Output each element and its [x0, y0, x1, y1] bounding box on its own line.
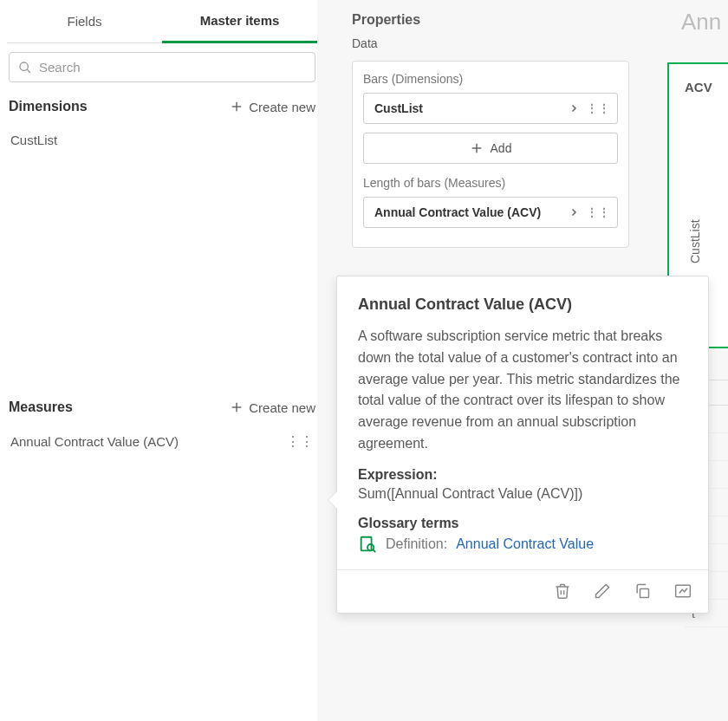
data-card: Bars (Dimensions) CustList ⋮⋮ Add Length…: [352, 61, 629, 248]
measure-pill-label: Annual Contract Value (ACV): [374, 205, 541, 219]
asset-tabs: Fields Master items: [7, 0, 317, 43]
create-dimension-button[interactable]: Create new: [230, 100, 315, 114]
expression-label: Expression:: [358, 467, 687, 483]
dimension-item[interactable]: CustList: [7, 124, 317, 156]
measures-heading: Measures: [9, 399, 73, 415]
measure-item-label: Annual Contract Value (ACV): [10, 434, 179, 449]
measure-pill[interactable]: Annual Contract Value (ACV) ⋮⋮: [363, 197, 618, 228]
drag-handle-icon[interactable]: ⋮⋮: [286, 433, 314, 450]
dimension-pill-label: CustList: [374, 101, 423, 115]
definition-label: Definition:: [386, 536, 447, 552]
add-dimension-button[interactable]: Add: [363, 133, 618, 164]
bars-label: Bars (Dimensions): [363, 72, 618, 86]
glossary-icon: [358, 535, 377, 554]
chevron-right-icon: [569, 207, 579, 218]
search-input-wrap[interactable]: [9, 52, 315, 82]
chevron-right-icon: [569, 103, 579, 114]
svg-line-10: [373, 549, 375, 552]
chart-label: ACV: [669, 64, 728, 94]
create-measure-button[interactable]: Create new: [230, 400, 315, 415]
plus-icon: [470, 141, 484, 155]
popover-title: Annual Contract Value (ACV): [358, 296, 687, 314]
properties-heading: Properties: [317, 0, 728, 36]
left-panel: Fields Master items Dimensions Create ne…: [7, 0, 317, 721]
tab-fields[interactable]: Fields: [7, 0, 162, 43]
trash-icon: [554, 582, 571, 600]
svg-line-1: [27, 69, 30, 73]
svg-rect-11: [640, 589, 649, 598]
duplicate-button[interactable]: [634, 582, 651, 600]
dimension-item-label: CustList: [10, 133, 57, 147]
edit-button[interactable]: [594, 582, 611, 600]
plus-icon: [230, 100, 244, 114]
measure-item[interactable]: Annual Contract Value (ACV) ⋮⋮: [7, 425, 317, 458]
popover-description: A software subscription service metric t…: [358, 326, 687, 455]
tab-master-items[interactable]: Master items: [162, 0, 317, 43]
dimensions-heading: Dimensions: [9, 99, 88, 114]
create-measure-label: Create new: [249, 400, 315, 415]
svg-point-0: [20, 62, 28, 70]
copy-icon: [634, 582, 651, 600]
chart-title-truncated: Ann: [667, 0, 728, 36]
expression-value: Sum([Annual Contract Value (ACV)]): [358, 486, 687, 502]
search-icon: [18, 61, 32, 75]
create-dimension-label: Create new: [249, 100, 315, 114]
delete-button[interactable]: [554, 582, 571, 600]
plus-icon: [230, 400, 244, 414]
dimension-pill[interactable]: CustList ⋮⋮: [363, 93, 618, 124]
glossary-link[interactable]: Annual Contract Value: [456, 536, 594, 552]
search-input[interactable]: [39, 60, 306, 75]
drag-handle-icon[interactable]: ⋮⋮: [586, 205, 610, 219]
add-to-sheet-button[interactable]: [673, 582, 692, 600]
drag-handle-icon[interactable]: ⋮⋮: [586, 101, 610, 115]
measure-tooltip-popover: Annual Contract Value (ACV) A software s…: [336, 276, 709, 614]
glossary-label: Glossary terms: [358, 516, 687, 531]
add-button-label: Add: [491, 141, 512, 155]
measures-label: Length of bars (Measures): [363, 176, 618, 190]
data-section-label: Data: [317, 36, 728, 55]
insert-chart-icon: [673, 582, 692, 600]
pencil-icon: [594, 582, 611, 600]
y-axis-label: CustList: [688, 219, 702, 263]
popover-footer: [337, 569, 708, 613]
